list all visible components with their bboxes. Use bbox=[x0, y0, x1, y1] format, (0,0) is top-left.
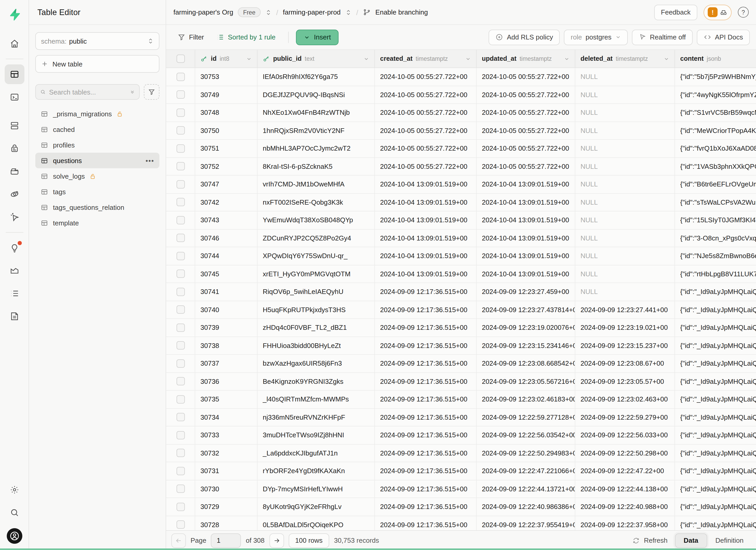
cell-created_at[interactable]: 2024-10-05 00:55:27.722+00 bbox=[375, 104, 477, 121]
column-header-public_id[interactable]: public_idtext bbox=[258, 50, 375, 68]
cell-content[interactable]: {"id":"sTsWaLCPsVA2WuK2 bbox=[675, 193, 756, 211]
cell-id[interactable]: 30743 bbox=[195, 211, 258, 229]
database-icon[interactable] bbox=[4, 116, 24, 136]
row-checkbox[interactable] bbox=[176, 377, 185, 386]
row-checkbox[interactable] bbox=[176, 126, 185, 135]
cell-content[interactable]: {"id":"3-O8cn_xPgs0cVxqKE bbox=[675, 229, 756, 247]
cell-deleted_at[interactable]: 2024-09-09 12:22:59.279+00 bbox=[575, 408, 675, 426]
cell-id[interactable]: 30735 bbox=[195, 391, 258, 408]
insert-button[interactable]: Insert bbox=[296, 29, 339, 45]
command-search-icon[interactable] bbox=[4, 503, 24, 522]
row-checkbox[interactable] bbox=[176, 503, 185, 511]
cell-public_id[interactable]: xrETI_HyGY0mPMGVqtOTM bbox=[258, 265, 375, 283]
new-table-button[interactable]: New table bbox=[35, 55, 159, 73]
cell-deleted_at[interactable]: NULL bbox=[575, 247, 675, 265]
cell-id[interactable]: 30748 bbox=[195, 104, 258, 121]
row-checkbox[interactable] bbox=[176, 162, 185, 171]
cell-content[interactable]: {"id":"_Id9aLyJpMHQLaiQC bbox=[675, 498, 756, 515]
role-select[interactable]: role postgres bbox=[564, 29, 627, 45]
cell-created_at[interactable]: 2024-09-09 12:17:36.515+00 bbox=[375, 516, 477, 530]
cell-content[interactable]: {"id":"_Id9aLyJpMHQLaiQC bbox=[675, 283, 756, 300]
row-checkbox[interactable] bbox=[176, 341, 185, 350]
search-tables-field[interactable] bbox=[49, 88, 127, 96]
cell-updated_at[interactable]: 2024-10-04 13:09:01.519+00 bbox=[477, 229, 575, 247]
next-page-button[interactable] bbox=[269, 533, 284, 548]
cell-public_id[interactable]: FHHUioa3bidd00BHyLeZt bbox=[258, 337, 375, 354]
cell-updated_at[interactable]: 2024-09-09 12:23:27.437814+00 bbox=[477, 301, 575, 318]
cell-content[interactable]: {"id":"NJe5s8ZmBwnoB6e3 bbox=[675, 247, 756, 265]
cell-public_id[interactable]: _La6pddxcKJIbgufATJ1n bbox=[258, 444, 375, 462]
cell-public_id[interactable]: 1hnRQjxSRm2V0VticY2NF bbox=[258, 122, 375, 139]
cell-updated_at[interactable]: 2024-09-09 12:22:37.955419+00 bbox=[477, 516, 575, 530]
cell-public_id[interactable]: vrIh7CMD-JtM1bOweMHfA bbox=[258, 176, 375, 193]
cell-content[interactable]: {"id":"_Id9aLyJpMHQLaiQC bbox=[675, 301, 756, 318]
cell-updated_at[interactable]: 2024-09-09 12:23:05.567216+00 bbox=[477, 373, 575, 390]
cell-updated_at[interactable]: 2024-10-04 13:09:01.519+00 bbox=[477, 265, 575, 283]
cell-deleted_at[interactable]: NULL bbox=[575, 193, 675, 211]
cell-id[interactable]: 30752 bbox=[195, 158, 258, 175]
row-checkbox[interactable] bbox=[176, 431, 185, 439]
cell-updated_at[interactable]: 2024-10-04 13:09:01.519+00 bbox=[477, 211, 575, 229]
row-checkbox[interactable] bbox=[176, 413, 185, 421]
cell-content[interactable]: {"id":"4wyNgK55lOfrpmYZc bbox=[675, 86, 756, 103]
cell-content[interactable]: {"id":"_Id9aLyJpMHQLaiQC bbox=[675, 337, 756, 354]
row-checkbox[interactable] bbox=[176, 288, 185, 296]
row-checkbox[interactable] bbox=[176, 449, 185, 457]
row-checkbox[interactable] bbox=[176, 216, 185, 224]
org-switch-chevron-icon[interactable] bbox=[265, 9, 272, 15]
sidebar-table-item-_prisma_migrations[interactable]: _prisma_migrations ••• bbox=[35, 106, 159, 122]
data-tab[interactable]: Data bbox=[675, 533, 707, 548]
column-header-content[interactable]: contentjsonb bbox=[675, 50, 756, 68]
cell-id[interactable]: 30732 bbox=[195, 444, 258, 462]
sidebar-table-item-profiles[interactable]: profiles ••• bbox=[35, 137, 159, 153]
column-header-id[interactable]: idint8 bbox=[195, 50, 258, 68]
sort-button[interactable]: Sorted by 1 rule bbox=[211, 29, 281, 45]
row-checkbox[interactable] bbox=[176, 395, 185, 404]
cell-id[interactable]: 30746 bbox=[195, 229, 258, 247]
cell-content[interactable]: {"id":"B6tr6eEFLrOVgeUmH bbox=[675, 176, 756, 193]
cell-updated_at[interactable]: 2024-10-05 00:55:27.722+00 bbox=[477, 140, 575, 157]
cell-public_id[interactable]: nxFT002ISeRE-Qobg3K3k bbox=[258, 193, 375, 211]
cell-content[interactable]: {"id":"_Id9aLyJpMHQLaiQC bbox=[675, 516, 756, 530]
cell-id[interactable]: 30739 bbox=[195, 319, 258, 336]
cell-id[interactable]: 30729 bbox=[195, 498, 258, 515]
org-breadcrumb[interactable]: farming-paper's Org bbox=[173, 8, 233, 16]
cell-deleted_at[interactable]: 2024-09-09 12:22:44.138+00 bbox=[575, 480, 675, 498]
realtime-toggle-button[interactable]: Realtime off bbox=[632, 29, 692, 45]
edge-functions-icon[interactable] bbox=[4, 184, 24, 204]
cell-updated_at[interactable]: 2024-09-09 12:22:44.13721+00 bbox=[477, 480, 575, 498]
cell-id[interactable]: 30731 bbox=[195, 462, 258, 480]
cell-updated_at[interactable]: 2024-10-05 00:55:27.722+00 bbox=[477, 158, 575, 175]
cell-created_at[interactable]: 2024-09-09 12:17:36.515+00 bbox=[375, 391, 477, 408]
cell-public_id[interactable]: nbMhHL3AP7OcCJymc2wT2 bbox=[258, 140, 375, 157]
select-all-checkbox[interactable] bbox=[176, 55, 185, 63]
cell-content[interactable]: {"id":"_Id9aLyJpMHQLaiQC bbox=[675, 444, 756, 462]
sidebar-table-item-solve_logs[interactable]: solve_logs ••• bbox=[35, 168, 159, 184]
cell-created_at[interactable]: 2024-09-09 12:17:36.515+00 bbox=[375, 355, 477, 372]
feedback-button[interactable]: Feedback bbox=[654, 4, 697, 20]
help-button[interactable]: ? bbox=[738, 7, 749, 18]
settings-icon[interactable] bbox=[4, 480, 24, 500]
cell-created_at[interactable]: 2024-09-09 12:17:36.515+00 bbox=[375, 426, 477, 444]
cell-id[interactable]: 30737 bbox=[195, 355, 258, 372]
add-rls-policy-button[interactable]: Add RLS policy bbox=[489, 29, 560, 45]
cell-content[interactable]: {"id":"_Id9aLyJpMHQLaiQC bbox=[675, 319, 756, 336]
cell-updated_at[interactable]: 2024-10-05 00:55:27.722+00 bbox=[477, 86, 575, 103]
table-filter-button[interactable] bbox=[144, 84, 159, 100]
cell-deleted_at[interactable]: NULL bbox=[575, 104, 675, 121]
project-switch-chevron-icon[interactable] bbox=[345, 9, 352, 15]
cell-created_at[interactable]: 2024-09-09 12:17:36.515+00 bbox=[375, 301, 477, 318]
cell-content[interactable]: {"id":"_Id9aLyJpMHQLaiQC bbox=[675, 408, 756, 426]
cell-deleted_at[interactable]: 2024-09-09 12:22:50.298+00 bbox=[575, 444, 675, 462]
cell-created_at[interactable]: 2024-09-09 12:17:36.515+00 bbox=[375, 498, 477, 515]
cell-id[interactable]: 30738 bbox=[195, 337, 258, 354]
home-icon[interactable] bbox=[4, 34, 24, 53]
cell-updated_at[interactable]: 2024-09-09 12:22:56.03542+00 bbox=[477, 426, 575, 444]
cell-id[interactable]: 30733 bbox=[195, 426, 258, 444]
cell-created_at[interactable]: 2024-09-09 12:17:36.515+00 bbox=[375, 462, 477, 480]
cell-deleted_at[interactable]: NULL bbox=[575, 86, 675, 103]
cell-deleted_at[interactable]: 2024-09-09 12:23:27.441+00 bbox=[575, 301, 675, 318]
cell-updated_at[interactable]: 2024-09-09 12:22:40.986386+00 bbox=[477, 498, 575, 515]
cell-public_id[interactable]: Be4KignzoK9YRGNI3Zgks bbox=[258, 373, 375, 390]
cell-id[interactable]: 30751 bbox=[195, 140, 258, 157]
